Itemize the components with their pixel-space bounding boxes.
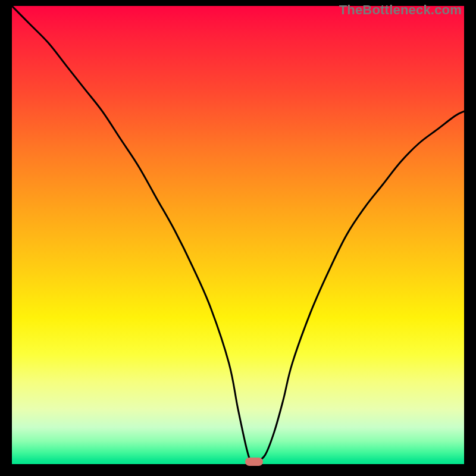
chart-frame: TheBottleneck.com	[0, 0, 476, 476]
watermark-text: TheBottleneck.com	[339, 2, 462, 18]
gradient-plot-area	[12, 6, 464, 464]
